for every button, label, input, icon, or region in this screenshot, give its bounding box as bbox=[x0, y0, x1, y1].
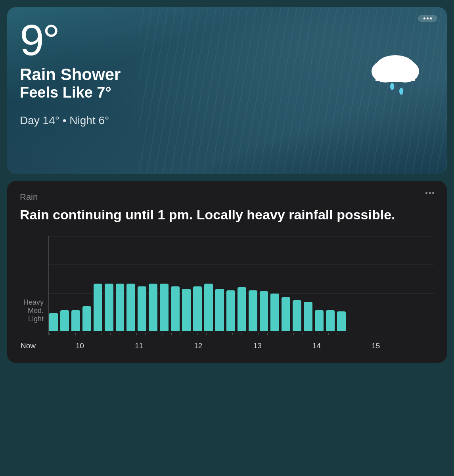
bar bbox=[49, 313, 58, 331]
bar bbox=[193, 286, 202, 331]
bar bbox=[171, 286, 180, 331]
rain-more-button[interactable] bbox=[425, 192, 434, 194]
x-label-11: 11 bbox=[135, 342, 143, 350]
bars-row bbox=[48, 236, 434, 331]
bar bbox=[337, 311, 346, 331]
x-label-now: Now bbox=[21, 342, 36, 350]
bar bbox=[226, 290, 235, 331]
feels-like-display: Feels Like 7° bbox=[20, 84, 434, 102]
y-axis: Heavy Mod. Light bbox=[20, 298, 48, 335]
temperature-display: 9° bbox=[20, 18, 434, 62]
x-label-12: 12 bbox=[194, 342, 202, 350]
rain-card: Rain Rain continuing until 1 pm. Locally… bbox=[7, 181, 447, 363]
weather-content: 9° Rain Shower Feels Like 7° Day 14° • N… bbox=[20, 18, 434, 127]
chart-area: Heavy Mod. Light bbox=[20, 236, 434, 335]
rain-description: Rain continuing until 1 pm. Locally heav… bbox=[20, 206, 434, 223]
rain-section-label: Rain bbox=[20, 192, 38, 202]
bar bbox=[60, 310, 69, 331]
bar bbox=[126, 284, 135, 331]
x-label-14: 14 bbox=[312, 342, 321, 350]
x-label-13: 13 bbox=[253, 342, 262, 350]
bar bbox=[116, 284, 125, 331]
x-label-15: 15 bbox=[372, 342, 380, 350]
weather-card: 9° Rain Shower Feels Like 7° Day 14° • N… bbox=[7, 7, 447, 174]
rain-chart: Heavy Mod. Light bbox=[20, 236, 434, 350]
rain-card-header: Rain bbox=[20, 192, 434, 202]
bar bbox=[304, 302, 312, 331]
bar bbox=[105, 284, 113, 331]
bar bbox=[94, 284, 102, 331]
bar bbox=[149, 284, 157, 331]
bar bbox=[138, 286, 146, 331]
bar bbox=[270, 294, 279, 331]
bar bbox=[326, 310, 335, 331]
bar bbox=[293, 300, 301, 331]
y-label-light: Light bbox=[20, 315, 44, 323]
x-label-10: 10 bbox=[76, 342, 84, 350]
bar bbox=[249, 290, 257, 331]
x-labels-row: Now101112131415 bbox=[20, 338, 434, 350]
bar bbox=[204, 284, 213, 331]
condition-display: Rain Shower bbox=[20, 65, 434, 84]
bar bbox=[71, 310, 80, 331]
chart-plot bbox=[48, 236, 434, 335]
day-night-display: Day 14° • Night 6° bbox=[20, 114, 434, 127]
y-label-mod: Mod. bbox=[20, 307, 44, 315]
bar bbox=[238, 287, 246, 331]
bar bbox=[160, 284, 169, 331]
bar bbox=[282, 297, 290, 331]
y-label-heavy: Heavy bbox=[20, 298, 44, 307]
bar bbox=[215, 289, 224, 331]
bar bbox=[82, 306, 91, 331]
bar bbox=[182, 289, 191, 331]
bar bbox=[260, 291, 268, 331]
bar bbox=[315, 310, 324, 331]
